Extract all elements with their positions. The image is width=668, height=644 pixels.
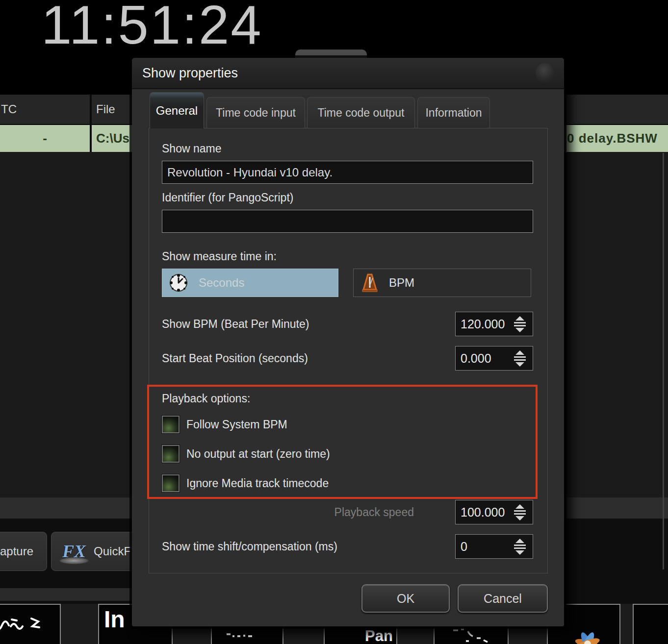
identifier-label: Identifier (for PangoScript) (162, 191, 293, 204)
cue-thumbnail-in: In (104, 606, 125, 633)
start-beat-spin-buttons[interactable] (509, 350, 533, 367)
no-output-at-start-checkbox[interactable] (162, 445, 180, 463)
spin-divider (514, 322, 526, 323)
ignore-media-timecode-label: Ignore Media track timecode (186, 477, 329, 490)
column-separator (90, 95, 92, 124)
playlist-cell-file-right: 0 delay.BSHW (567, 125, 658, 152)
tab-information-label: Information (425, 106, 482, 120)
cancel-button[interactable]: Cancel (458, 584, 548, 613)
spin-down-icon[interactable] (515, 328, 524, 332)
spin-divider (514, 325, 526, 326)
seconds-button-label: Seconds (199, 276, 244, 290)
bpm-button[interactable]: BPM (353, 269, 531, 297)
spin-up-icon[interactable] (515, 539, 524, 543)
playlist-cell-tc: - (0, 125, 90, 152)
big-clock: 11:51:24 (41, 0, 263, 56)
tab-time-code-input[interactable]: Time code input (206, 97, 305, 128)
spin-down-icon[interactable] (515, 516, 524, 520)
cue-thumbnail-marks (226, 631, 270, 641)
start-beat-value[interactable]: 0.000 (456, 351, 509, 366)
time-shift-spinner[interactable]: 0 (455, 534, 533, 559)
spin-divider (514, 510, 526, 512)
ignore-media-timecode-checkbox[interactable] (162, 474, 180, 492)
playback-speed-spinner[interactable]: 100.000 (455, 500, 533, 524)
cancel-button-label: Cancel (484, 592, 522, 606)
tab-quickfx-label: QuickF (94, 545, 131, 558)
tab-time-code-output-label: Time code output (318, 106, 405, 120)
show-properties-dialog: Show properties General Time code input … (132, 58, 564, 626)
cell-separator (90, 125, 92, 152)
dialog-titlebar[interactable]: Show properties (132, 58, 564, 89)
checkbox-row-follow-bpm: Follow System BPM (162, 415, 287, 434)
panel-edge-line (663, 153, 664, 570)
cue-thumbnail-flower (561, 629, 615, 644)
follow-system-bpm-checkbox[interactable] (162, 416, 180, 433)
playback-speed-value[interactable]: 100.000 (456, 505, 509, 520)
tab-general[interactable]: General (150, 92, 204, 128)
column-header-tc[interactable]: TC (1, 95, 17, 124)
spin-down-icon[interactable] (515, 362, 524, 367)
clock-icon (168, 272, 189, 293)
fx-icon: FX (62, 543, 86, 560)
checkbox-row-ignore-timecode: Ignore Media track timecode (162, 473, 329, 493)
playback-speed-label: Playback speed (334, 506, 414, 519)
tab-information[interactable]: Information (417, 97, 490, 128)
measure-time-label: Show measure time in: (162, 250, 277, 263)
tab-time-code-output[interactable]: Time code output (307, 97, 415, 128)
spin-up-icon[interactable] (515, 504, 524, 509)
cue-tile-1[interactable] (0, 604, 61, 644)
start-beat-spinner[interactable]: 0.000 (455, 346, 533, 371)
tab-general-label: General (156, 104, 198, 118)
spin-up-icon[interactable] (515, 350, 524, 355)
dialog-title: Show properties (142, 66, 238, 81)
ok-button-label: OK (397, 592, 414, 606)
tab-capture[interactable]: apture (0, 532, 47, 571)
cue-thumbnail-pan: Pan (365, 627, 393, 644)
spin-divider (514, 356, 526, 358)
no-output-at-start-label: No output at start (zero time) (186, 447, 330, 461)
bpm-button-label: BPM (389, 276, 414, 290)
spin-divider (514, 547, 526, 549)
time-shift-label: Show time shift/compensation (ms) (162, 540, 337, 553)
metronome-icon (361, 273, 378, 293)
time-shift-spin-buttons[interactable] (509, 539, 533, 555)
tab-time-code-input-label: Time code input (216, 106, 296, 120)
dialog-badge-icon (536, 63, 554, 83)
show-bpm-spin-buttons[interactable] (509, 316, 533, 332)
playback-speed-spin-buttons[interactable] (509, 504, 533, 520)
column-header-file[interactable]: File (96, 95, 115, 124)
show-bpm-spinner[interactable]: 120.000 (455, 312, 533, 336)
playlist-cell-file-left: C:\Us (96, 125, 129, 152)
seconds-button[interactable]: Seconds (162, 269, 338, 297)
spin-divider (514, 545, 526, 546)
show-name-label: Show name (162, 142, 221, 155)
spin-divider (514, 513, 526, 515)
cue-thumbnail-scribble (0, 605, 45, 639)
ok-button[interactable]: OK (361, 584, 450, 613)
identifier-input[interactable] (162, 210, 533, 233)
show-bpm-label: Show BPM (Beat Per Minute) (162, 318, 309, 331)
time-shift-value[interactable]: 0 (456, 540, 509, 554)
tab-capture-label: apture (0, 545, 33, 558)
spin-up-icon[interactable] (515, 316, 524, 321)
follow-system-bpm-label: Follow System BPM (186, 418, 287, 431)
show-bpm-value[interactable]: 120.000 (456, 317, 509, 331)
cue-tile-7[interactable] (633, 604, 668, 644)
spin-divider (514, 359, 526, 361)
start-beat-label: Start Beat Position (seconds) (162, 352, 308, 365)
cue-thumbnail-squiggle (451, 627, 495, 644)
show-name-input[interactable] (162, 161, 533, 184)
playback-options-label: Playback options: (162, 392, 250, 405)
spin-down-icon[interactable] (515, 550, 524, 555)
screen: 11:51:24 TC File - C:\Us 0 delay.BSHW ap… (0, 0, 668, 644)
checkbox-row-no-output: No output at start (zero time) (162, 444, 330, 464)
